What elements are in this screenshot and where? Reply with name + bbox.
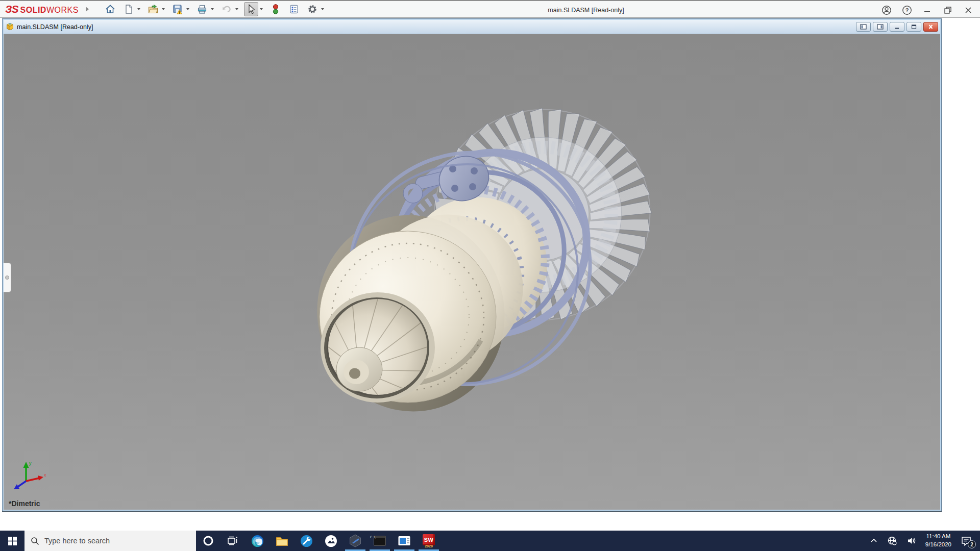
minimize-button[interactable] xyxy=(919,3,936,17)
task-view-button[interactable] xyxy=(220,531,245,551)
task-view-icon xyxy=(227,535,239,547)
taskbar-app-solidworks[interactable]: SW 2020 xyxy=(416,531,441,551)
taskbar-app-edge[interactable] xyxy=(245,531,270,551)
document-window: main.SLDASM [Read-only] xyxy=(2,18,942,511)
undo-button[interactable] xyxy=(219,2,234,16)
app-title: main.SLDASM [Read-only] xyxy=(548,1,624,19)
cmd-icon-text: C:\ xyxy=(370,535,376,539)
volume-button[interactable] xyxy=(903,531,920,551)
network-globe-icon xyxy=(887,536,897,546)
account-icon xyxy=(881,5,892,16)
options-dropdown[interactable] xyxy=(321,8,324,10)
orientation-triad: y x xyxy=(12,460,47,493)
jet-engine-model[interactable] xyxy=(4,34,940,509)
restore-button[interactable] xyxy=(939,3,957,17)
home-icon xyxy=(105,4,116,15)
taskbar-app-file-explorer[interactable] xyxy=(270,531,294,551)
file-properties-icon xyxy=(288,4,300,15)
pane-left-button[interactable] xyxy=(856,22,871,32)
tray-chevron-button[interactable] xyxy=(866,531,881,551)
undo-dropdown[interactable] xyxy=(235,8,238,10)
taskbar-app-cmd[interactable]: C:\ xyxy=(368,531,392,551)
quick-access-toolbar xyxy=(103,2,329,16)
hexagon-app-icon xyxy=(348,534,362,548)
logo-mark: ЗS xyxy=(5,3,18,15)
viewport-3d[interactable]: y x *Dimetric xyxy=(4,34,940,510)
window-controls: ? xyxy=(878,1,977,19)
windows-logo-icon xyxy=(8,537,17,545)
doc-restore-button[interactable] xyxy=(906,22,921,32)
home-button[interactable] xyxy=(103,2,117,16)
print-icon xyxy=(197,4,208,15)
app-titlebar: ЗS SOLID WORKS xyxy=(0,0,980,18)
cortana-button[interactable] xyxy=(196,531,220,551)
panel-expand-icon xyxy=(5,276,9,280)
taskbar-app-media[interactable] xyxy=(392,531,416,551)
doc-restore-icon xyxy=(911,24,917,30)
rebuild-button[interactable] xyxy=(268,2,283,16)
chevron-up-icon xyxy=(870,537,878,545)
action-center-button[interactable]: 2 xyxy=(957,531,976,551)
assembly-file-icon xyxy=(6,22,14,31)
doc-minimize-button[interactable] xyxy=(890,22,904,32)
new-document-button[interactable] xyxy=(121,2,136,16)
edge-icon xyxy=(251,534,264,548)
start-button[interactable] xyxy=(0,531,24,551)
print-button[interactable] xyxy=(195,2,209,16)
new-document-dropdown[interactable] xyxy=(137,8,140,10)
taskbar-app-tools[interactable] xyxy=(294,531,318,551)
axis-x-label: x xyxy=(44,472,46,478)
save-dropdown[interactable] xyxy=(186,8,189,10)
doc-close-button[interactable] xyxy=(923,22,938,32)
view-orientation-label: *Dimetric xyxy=(9,499,40,508)
taskbar-app-hexagon[interactable] xyxy=(343,531,368,551)
file-properties-button[interactable] xyxy=(287,2,301,16)
axis-y-label: y xyxy=(29,461,32,466)
select-tool-button[interactable] xyxy=(244,2,258,16)
select-tool-dropdown[interactable] xyxy=(260,8,263,10)
close-button[interactable] xyxy=(960,3,977,17)
open-dropdown[interactable] xyxy=(162,8,165,10)
menu-expand-arrow-icon[interactable] xyxy=(86,7,89,12)
restore-icon xyxy=(943,5,953,15)
taskbar-app-photos[interactable] xyxy=(318,531,343,551)
doc-close-icon xyxy=(927,24,934,30)
media-app-icon xyxy=(397,534,411,548)
account-button[interactable] xyxy=(878,3,895,17)
windows-taskbar: C:\ SW 2020 xyxy=(0,531,980,551)
open-folder-icon xyxy=(148,4,159,15)
pane-left-icon xyxy=(860,24,867,30)
solidworks-logo: ЗS SOLID WORKS xyxy=(5,3,79,15)
save-icon xyxy=(172,4,183,15)
pane-right-button[interactable] xyxy=(873,22,888,32)
solidworks-2020-icon: SW 2020 xyxy=(421,533,436,548)
feature-manager-collapsed-tab[interactable] xyxy=(4,263,11,292)
cursor-icon xyxy=(246,4,257,15)
photos-icon xyxy=(324,534,338,548)
sw-cube: SW xyxy=(423,534,435,545)
document-titlebar[interactable]: main.SLDASM [Read-only] xyxy=(4,20,940,34)
network-button[interactable] xyxy=(884,531,901,551)
print-dropdown[interactable] xyxy=(211,8,214,10)
undo-icon xyxy=(221,4,232,15)
new-document-icon xyxy=(123,4,134,15)
taskbar-clock[interactable]: 11:40 AM 9/16/2020 xyxy=(922,533,954,548)
options-button[interactable] xyxy=(305,2,320,16)
document-title: main.SLDASM [Read-only] xyxy=(17,23,93,31)
minimize-icon xyxy=(922,5,933,15)
help-icon: ? xyxy=(901,5,913,16)
open-button[interactable] xyxy=(146,2,160,16)
file-explorer-icon xyxy=(275,534,289,548)
taskbar-search[interactable] xyxy=(24,531,196,551)
save-button[interactable] xyxy=(170,2,185,16)
cortana-icon xyxy=(202,535,214,547)
wrench-tool-icon xyxy=(300,534,313,548)
search-icon xyxy=(31,537,39,545)
search-input[interactable] xyxy=(44,537,177,545)
logo-name-bold: SOLID xyxy=(20,6,46,15)
system-tray: 11:40 AM 9/16/2020 2 xyxy=(866,531,980,551)
svg-text:?: ? xyxy=(905,7,909,13)
speaker-icon xyxy=(906,536,917,546)
help-button[interactable]: ? xyxy=(898,3,916,17)
exhaust-cone xyxy=(321,292,435,403)
